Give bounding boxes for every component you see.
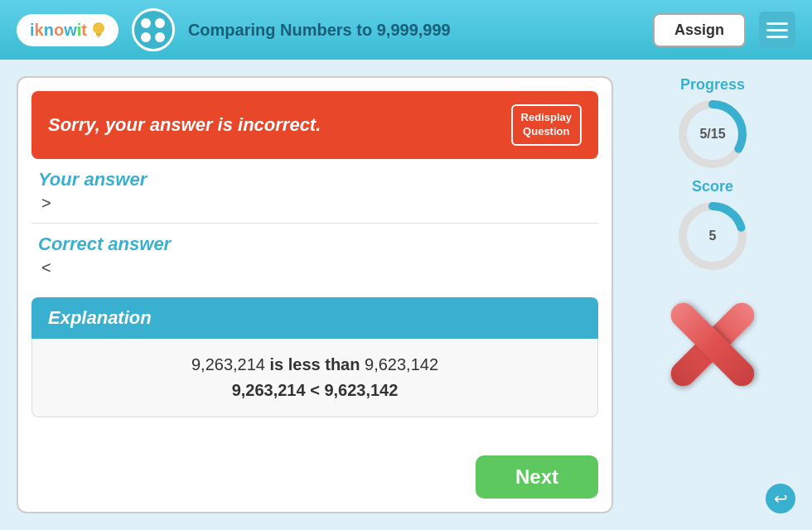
your-answer-value: > xyxy=(41,194,592,213)
film-icon xyxy=(132,8,175,51)
right-panel: Progress 5/15 Score 5 xyxy=(630,76,795,513)
correct-answer-label: Correct answer xyxy=(38,234,592,255)
next-area: Next xyxy=(18,442,611,512)
progress-label: Progress xyxy=(680,76,745,94)
correct-answer-section: Correct answer < xyxy=(18,224,611,287)
your-answer-section: Your answer > xyxy=(18,159,611,223)
menu-button[interactable] xyxy=(759,12,795,48)
explanation-title: Explanation xyxy=(48,307,152,328)
your-answer-label: Your answer xyxy=(38,169,592,190)
incorrect-message: Sorry, your answer is incorrect. xyxy=(48,114,321,136)
explanation-header: Explanation xyxy=(31,297,598,339)
incorrect-banner: Sorry, your answer is incorrect. Redispl… xyxy=(31,91,598,159)
back-arrow-icon: ↩ xyxy=(774,489,788,508)
explanation-line1: 9,263,214 is less than 9,623,142 xyxy=(49,355,581,374)
explanation-body: 9,263,214 is less than 9,623,142 9,263,2… xyxy=(31,339,598,417)
explanation-number2: 9,623,142 xyxy=(365,355,438,373)
app-header: iknowit Comparing Numbers to 9,999,999 A… xyxy=(0,0,812,60)
score-label: Score xyxy=(692,178,733,195)
hamburger-icon xyxy=(766,22,788,25)
progress-value: 5/15 xyxy=(699,127,725,142)
explanation-line2: 9,263,214 < 9,623,142 xyxy=(49,381,581,400)
back-button[interactable]: ↩ xyxy=(766,484,795,513)
svg-point-0 xyxy=(93,22,104,34)
left-panel: Sorry, your answer is incorrect. Redispl… xyxy=(17,76,613,513)
redisplay-button[interactable]: RedisplayQuestion xyxy=(511,104,582,146)
svg-rect-1 xyxy=(96,33,101,36)
correct-answer-value: < xyxy=(41,258,592,277)
main-content: Sorry, your answer is incorrect. Redispl… xyxy=(0,60,812,530)
assign-button[interactable]: Assign xyxy=(653,13,746,47)
progress-circle: 5/15 xyxy=(675,97,750,171)
logo: iknowit xyxy=(17,14,118,46)
svg-rect-2 xyxy=(97,36,100,37)
progress-section: Progress 5/15 xyxy=(675,76,750,171)
result-icon xyxy=(655,287,771,402)
next-button[interactable]: Next xyxy=(476,455,598,499)
explanation-connector: is less than xyxy=(265,355,365,373)
score-value: 5 xyxy=(709,229,717,243)
score-circle: 5 xyxy=(675,199,750,273)
lesson-title: Comparing Numbers to 9,999,999 xyxy=(188,21,640,40)
explanation-number1: 9,263,214 xyxy=(191,355,265,373)
score-section: Score 5 xyxy=(675,178,750,273)
